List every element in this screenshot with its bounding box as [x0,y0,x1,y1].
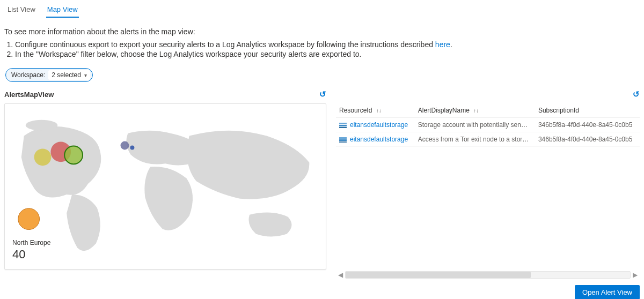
table-row[interactable]: eitansdefaultstorageStorage account with… [336,118,640,132]
col-resourceid[interactable]: ResourceId ↑↓ [336,103,415,118]
map-bubble[interactable] [130,145,134,150]
map-bubble[interactable] [121,141,129,150]
undo-icon[interactable]: ↺ [633,89,640,99]
subscription-id: 346b5f8a-4f0d-440e-8a45-0c0b5 [535,118,640,132]
map-bubble[interactable] [34,148,52,166]
alert-display-name: Storage account with potentially sensiti… [415,118,535,132]
open-alert-view-button[interactable]: Open Alert View [575,285,640,299]
svg-rect-6 [339,141,347,143]
table-row[interactable]: eitansdefaultstorageAccess from a Tor ex… [336,132,640,147]
workspace-filter-label: Workspace: [11,71,45,79]
resource-link[interactable]: eitansdefaultstorage [350,121,408,129]
intro-text: To see more information about the alerts… [4,27,640,36]
svg-point-0 [26,120,58,131]
resource-link[interactable]: eitansdefaultstorage [350,136,408,143]
tab-list-view[interactable]: List View [6,3,36,18]
alert-display-name: Access from a Tor exit node to a storage… [415,132,535,147]
panel-title: AlertsMapView [4,91,54,99]
alerts-map[interactable]: North Europe 40 [4,103,326,270]
col-alertdisplayname[interactable]: AlertDisplayName ↑↓ [415,103,535,118]
sort-icon: ↑↓ [473,108,479,114]
undo-icon[interactable]: ↺ [319,89,326,99]
tab-map-view[interactable]: Map View [46,3,79,18]
horizontal-scrollbar[interactable]: ◀ ▶ [336,270,640,280]
alerts-table: ResourceId ↑↓ AlertDisplayName ↑↓ Subscr… [336,103,640,147]
instruction-steps: Configure continuous export to export yo… [15,40,640,58]
svg-rect-5 [339,139,347,141]
map-region-stat: North Europe 40 [12,239,50,261]
workspace-filter[interactable]: Workspace: 2 selected ▾ [5,68,93,82]
chevron-down-icon: ▾ [84,72,87,78]
world-map-svg [5,104,326,269]
view-tabs: List View Map View [4,1,640,18]
continuous-export-link[interactable]: here [435,40,450,49]
map-region-name: North Europe [12,239,50,246]
workspace-filter-value: 2 selected [52,71,81,79]
col-subscriptionid[interactable]: SubscriptionId [535,103,640,118]
map-region-count: 40 [12,248,50,261]
instruction-step-1: Configure continuous export to export yo… [15,40,640,49]
svg-rect-4 [339,137,347,139]
svg-rect-2 [339,125,347,126]
svg-rect-3 [339,127,347,128]
scroll-left-icon[interactable]: ◀ [336,270,345,280]
subscription-id: 346b5f8a-4f0d-440e-8a45-0c0b5 [535,132,640,147]
scroll-right-icon[interactable]: ▶ [631,270,640,280]
map-bubble[interactable] [64,146,83,164]
alerts-table-wrap: ResourceId ↑↓ AlertDisplayName ↑↓ Subscr… [336,103,640,280]
instruction-step-2: In the "Workspace" filter below, choose … [15,50,640,58]
sort-icon: ↑↓ [376,108,382,114]
storage-account-icon [339,137,347,143]
map-bubble[interactable] [18,208,40,230]
storage-account-icon [339,123,347,128]
svg-rect-1 [339,123,347,124]
